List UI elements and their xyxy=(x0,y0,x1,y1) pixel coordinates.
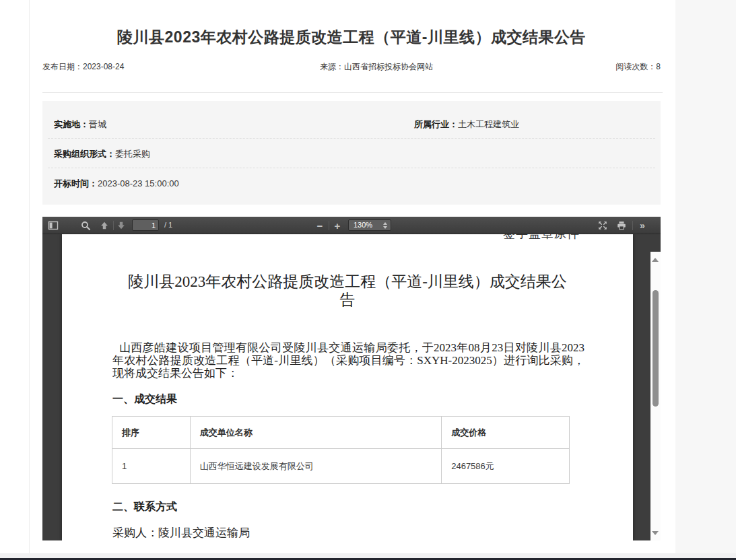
clipped-signature-text: 签字盖章原件 xyxy=(503,234,580,240)
section-heading-result: 一、成交结果 xyxy=(112,392,177,407)
info-divider xyxy=(48,168,655,168)
info-divider xyxy=(48,138,655,139)
header-divider xyxy=(42,92,663,93)
info-label: 实施地： xyxy=(54,119,89,129)
toolbar-separator xyxy=(329,221,329,230)
scroll-up-icon[interactable] xyxy=(652,258,659,262)
info-label: 所属行业： xyxy=(414,119,458,129)
cell-rank: 1 xyxy=(112,449,191,484)
more-tools-button[interactable]: » xyxy=(636,219,648,232)
contact-line: 采购人：陵川县交通运输局 xyxy=(112,525,250,540)
page-count-label: / 1 xyxy=(164,221,172,229)
view-count-label: 阅读次数： xyxy=(615,62,656,71)
table-row: 1 山西华恒远建设发展有限公司 2467586元 xyxy=(112,449,570,484)
info-box: 实施地：晋城 所属行业：土木工程建筑业 采购组织形式：委托采购 开标时间：202… xyxy=(42,101,661,205)
pdf-page: 签字盖章原件 陵川县2023年农村公路提质改造工程（平道-川里线）成交结果公告 … xyxy=(62,234,633,540)
page-title: 陵川县2023年农村公路提质改造工程（平道-川里线）成交结果公告 xyxy=(42,27,661,48)
previous-page-button[interactable] xyxy=(98,219,110,232)
presentation-mode-icon xyxy=(597,220,608,231)
sidebar-toggle-button[interactable] xyxy=(47,219,59,232)
toolbar-separator xyxy=(632,221,633,230)
info-field-bid-opening-time: 开标时间：2023-08-23 15:00:00 xyxy=(54,178,179,190)
view-count-value: 8 xyxy=(656,62,661,71)
zoom-out-button[interactable]: − xyxy=(314,219,326,232)
print-button[interactable] xyxy=(615,219,628,232)
info-label: 开标时间： xyxy=(54,178,98,188)
page-number-input[interactable] xyxy=(132,219,159,231)
info-value: 晋城 xyxy=(89,119,106,129)
section-heading-contact: 二、联系方式 xyxy=(112,500,177,514)
publish-date-value: 2023-08-24 xyxy=(83,62,124,71)
view-count: 阅读次数：8 xyxy=(615,61,661,73)
pdf-scrollbar[interactable] xyxy=(650,252,661,540)
info-value: 委托采购 xyxy=(115,149,150,159)
pdf-toolbar: / 1 − + 130% xyxy=(42,217,661,234)
info-value: 2023-08-23 15:00:00 xyxy=(98,178,179,188)
zoom-level-select[interactable]: 130% xyxy=(348,219,391,231)
right-background-gutter xyxy=(675,0,736,553)
pdf-viewer-body: 签字盖章原件 陵川县2023年农村公路提质改造工程（平道-川里线）成交结果公告 … xyxy=(42,234,661,540)
page-down-icon xyxy=(116,220,127,231)
info-value: 土木工程建筑业 xyxy=(458,119,519,129)
table-header-row: 排序 成交单位名称 成交价格 xyxy=(112,417,570,449)
result-table: 排序 成交单位名称 成交价格 1 山西华恒远建设发展有限公司 2467586元 xyxy=(112,416,570,484)
source: 来源：山西省招标投标协会网站 xyxy=(320,61,433,73)
info-field-procurement-form: 采购组织形式：委托采购 xyxy=(54,148,150,160)
zoom-out-icon: − xyxy=(317,221,323,231)
table-header-price: 成交价格 xyxy=(442,417,570,449)
more-tools-icon: » xyxy=(640,221,645,230)
info-field-location: 实施地：晋城 xyxy=(54,118,106,131)
info-label: 采购组织形式： xyxy=(54,149,115,159)
scroll-down-icon[interactable] xyxy=(652,531,659,535)
table-header-company: 成交单位名称 xyxy=(190,417,441,449)
zoom-in-button[interactable]: + xyxy=(331,219,343,232)
meta-row: 发布日期：2023-08-24 来源：山西省招标投标协会网站 阅读次数：8 xyxy=(42,61,661,72)
zoom-in-icon: + xyxy=(335,221,341,231)
source-value: 山西省招标投标协会网站 xyxy=(344,62,433,71)
cell-company: 山西华恒远建设发展有限公司 xyxy=(190,449,441,484)
publish-date: 发布日期：2023-08-24 xyxy=(42,61,124,73)
publish-date-label: 发布日期： xyxy=(42,62,83,71)
print-icon xyxy=(616,220,627,231)
next-page-button[interactable] xyxy=(115,219,127,232)
search-icon xyxy=(80,220,91,231)
info-field-industry: 所属行业：土木工程建筑业 xyxy=(414,118,519,131)
source-label: 来源： xyxy=(320,62,344,71)
document-paragraph: 山西彦皓建设项目管理有限公司受陵川县交通运输局委托，于2023年08月23日对陵… xyxy=(112,341,584,380)
sidebar-toggle-icon xyxy=(48,220,59,231)
table-header-rank: 排序 xyxy=(112,417,191,449)
zoom-level-value: 130% xyxy=(354,221,372,229)
search-button[interactable] xyxy=(79,219,92,232)
page-up-icon xyxy=(99,220,110,231)
scrollbar-thumb[interactable] xyxy=(653,290,659,407)
toolbar-separator xyxy=(113,221,114,230)
presentation-mode-button[interactable] xyxy=(597,219,609,232)
cell-price: 2467586元 xyxy=(442,449,570,484)
left-edge-divider xyxy=(29,0,30,553)
announcement-page: 陵川县2023年农村公路提质改造工程（平道-川里线）成交结果公告 发布日期：20… xyxy=(0,0,736,560)
select-spinner-icon xyxy=(383,222,387,229)
bottom-strip xyxy=(0,553,736,558)
pdf-viewer: / 1 − + 130% xyxy=(42,217,661,540)
document-title: 陵川县2023年农村公路提质改造工程（平道-川里线）成交结果公告 xyxy=(62,273,633,309)
